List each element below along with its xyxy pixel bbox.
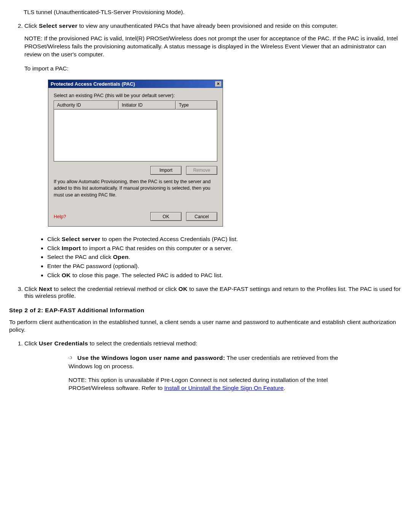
listview-header: Authority ID Initiator ID Type [54,101,217,110]
text-bold: Import [62,245,81,251]
ordered-list-3: Click Next to select the credential retr… [9,286,402,299]
option-title: Use the Windows logon user name and pass… [77,355,225,361]
step2-item-1: Click User Credentials to select the cre… [24,340,402,347]
credential-option-windows: Use the Windows logon user name and pass… [68,354,402,370]
dialog-note: If you allow Automatic Provisioning, the… [54,179,217,199]
ordered-list-2: Click Select server to view any unauthen… [9,22,402,73]
text: . [129,254,130,260]
listview-rows [54,110,217,161]
install-sso-link[interactable]: Install or Uninstall the Single Sign On … [164,385,284,391]
text: Click [24,340,39,347]
text: to view any unauthenticated PACs that ha… [78,22,338,29]
list-item: Enter the PAC password (optional). [47,262,402,270]
col-type[interactable]: Type [176,101,217,109]
text: Click [24,286,39,292]
dialog-instruction: Select an existing PAC (this will be you… [54,93,217,98]
text-bold: Select server [62,236,100,242]
text: Click [24,22,39,29]
text: to import a PAC that resides on this com… [81,245,233,251]
select-server-label: Select server [39,22,78,29]
import-line: To import a PAC: [24,65,402,73]
dialog-footer: Help? OK Cancel [54,212,217,221]
ok-button[interactable]: OK [150,212,182,221]
dialog-titlebar: Protected Access Credentials (PAC) × [48,80,223,88]
pac-dialog: Protected Access Credentials (PAC) × Sel… [48,80,223,227]
list-item: Select the PAC and click Open. [47,253,402,261]
tls-line: TLS tunnel (Unauthenticated-TLS-Server P… [24,8,402,16]
dialog-title: Protected Access Credentials (PAC) [51,81,215,87]
step2-ordered-list: Click User Credentials to select the cre… [9,340,402,347]
step2-heading: Step 2 of 2: EAP-FAST Additional Informa… [9,307,402,314]
text: . [284,385,285,391]
pac-dialog-screenshot: Protected Access Credentials (PAC) × Sel… [48,80,402,227]
list-item-2: Click Select server to view any unauthen… [24,22,402,73]
list-item: Click Import to import a PAC that reside… [47,244,402,252]
step2-intro: To perform client authentication in the … [9,318,402,334]
cancel-button[interactable]: Cancel [186,212,217,221]
help-link[interactable]: Help? [54,214,66,219]
import-remove-row: Import Remove [54,166,217,175]
list-item: Click Select server to open the Protecte… [47,235,402,243]
text-bold: OK [178,286,188,292]
text: Click [47,236,62,242]
text: to select the credentials retrieval meth… [88,340,197,347]
text: Select the PAC and click [47,254,113,260]
text-bold: Next [39,286,52,292]
text-bold: OK [62,272,71,278]
dialog-body: Select an existing PAC (this will be you… [48,88,223,227]
credential-option-note: NOTE: This option is unavailable if Pre-… [68,376,402,392]
list-item: Click OK to close this page. The selecte… [47,271,402,280]
text-bold: User Credentials [39,340,88,347]
note-text: NOTE: If the provisioned PAC is valid, I… [24,35,402,59]
col-authority-id[interactable]: Authority ID [54,101,119,109]
import-button[interactable]: Import [150,166,182,175]
document-page: TLS tunnel (Unauthenticated-TLS-Server P… [9,8,402,392]
credential-options-list: Use the Windows logon user name and pass… [9,354,402,370]
text: to close this page. The selected PAC is … [71,272,223,278]
text: Click [47,272,62,278]
col-initiator-id[interactable]: Initiator ID [119,101,176,109]
close-icon[interactable]: × [215,81,221,87]
text: to open the Protected Access Credentials… [100,236,238,242]
text-bold: Open [113,254,129,260]
list-item-3: Click Next to select the credential retr… [24,286,402,299]
pac-steps-list: Click Select server to open the Protecte… [9,235,402,279]
remove-button[interactable]: Remove [186,166,217,175]
text: Click [47,245,62,251]
pac-listview[interactable]: Authority ID Initiator ID Type [54,101,217,161]
text: to select the credential retrieval metho… [52,286,178,292]
